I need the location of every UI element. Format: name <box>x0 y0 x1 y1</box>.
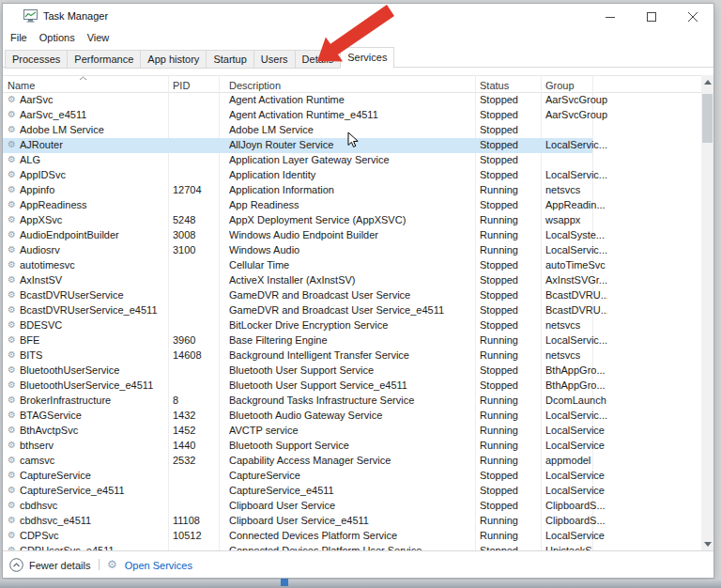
service-row-btagservice[interactable]: ⚙BTAGService1432Bluetooth Audio Gateway … <box>3 409 702 424</box>
service-name: camsvc <box>20 455 54 466</box>
service-row-cbdhsvc[interactable]: ⚙cbdhsvcClipboard User ServiceStoppedCli… <box>3 499 702 514</box>
chevron-up-circle-icon <box>9 558 23 572</box>
service-pid: 3008 <box>173 229 218 240</box>
service-name-cell: ⚙AarSvc_e4511 <box>8 109 167 120</box>
menu-options[interactable]: Options <box>38 31 77 44</box>
service-status: Running <box>480 515 538 526</box>
service-row-bdesvc[interactable]: ⚙BDESVCBitLocker Drive Encryption Servic… <box>3 318 702 333</box>
service-status: Stopped <box>480 94 538 105</box>
column-header-status[interactable]: Status <box>480 80 538 91</box>
service-row-audioendpointbuilder[interactable]: ⚙AudioEndpointBuilder3008Windows Audio E… <box>3 228 702 243</box>
service-gear-icon: ⚙ <box>8 274 16 285</box>
service-row-bthserv[interactable]: ⚙bthserv1440Bluetooth Support ServiceRun… <box>3 439 702 454</box>
service-name-cell: ⚙AudioEndpointBuilder <box>8 229 167 240</box>
service-pid: 1452 <box>173 425 218 436</box>
service-row-bits[interactable]: ⚙BITS14608Background Intelligent Transfe… <box>3 348 702 364</box>
service-row-appidsvc[interactable]: ⚙AppIDSvcApplication IdentityStoppedLoca… <box>3 168 702 183</box>
service-row-bcastdvruserservice_e4511[interactable]: ⚙BcastDVRUserService_e4511GameDVR and Br… <box>3 303 702 318</box>
service-pid: 3960 <box>173 334 218 346</box>
service-status: Running <box>480 425 538 436</box>
service-group: AarSvcGroup <box>545 109 607 120</box>
service-status: Stopped <box>480 304 538 316</box>
service-status: Running <box>480 334 538 346</box>
service-description: Cellular Time <box>229 259 473 271</box>
menu-bar: FileOptionsView <box>8 31 119 47</box>
service-name: cbdhsvc_e4511 <box>20 515 91 526</box>
service-row-captureservice[interactable]: ⚙CaptureServiceCaptureServiceStoppedLoca… <box>3 469 702 484</box>
scroll-up-button[interactable] <box>701 75 713 89</box>
service-row-appreadiness[interactable]: ⚙AppReadinessApp ReadinessStoppedAppRead… <box>3 198 702 213</box>
service-row-aarsvc[interactable]: ⚙AarSvcAgent Activation RuntimeStoppedAa… <box>3 93 702 108</box>
service-row-bthavctpsvc[interactable]: ⚙BthAvctpSvc1452AVCTP serviceRunningLoca… <box>3 424 702 439</box>
menu-file[interactable]: File <box>8 31 29 44</box>
service-row-bcastdvruserservice[interactable]: ⚙BcastDVRUserServiceGameDVR and Broadcas… <box>3 288 702 303</box>
service-gear-icon: ⚙ <box>8 334 16 345</box>
tab-app-history[interactable]: App history <box>140 50 207 69</box>
service-name: BITS <box>20 349 42 361</box>
service-row-cbdhsvc_e4511[interactable]: ⚙cbdhsvc_e451111108Clipboard User Servic… <box>3 514 702 529</box>
minimize-button[interactable] <box>590 4 631 30</box>
service-row-brokerinfrastructure[interactable]: ⚙BrokerInfrastructure8Background Tasks I… <box>3 394 702 409</box>
service-description: Base Filtering Engine <box>229 334 473 346</box>
mouse-cursor <box>347 132 360 148</box>
service-group: LocalService <box>545 440 607 451</box>
service-group: LocalService <box>545 425 607 436</box>
open-services-link[interactable]: ⚙ Open Services <box>107 557 192 573</box>
status-bar: Fewer details | ⚙ Open Services <box>3 550 713 578</box>
service-name: ALG <box>20 154 40 165</box>
fewer-details-button[interactable]: Fewer details <box>9 557 90 573</box>
service-group: LocalServic... <box>545 139 607 150</box>
service-row-bluetoothuserservice[interactable]: ⚙BluetoothUserServiceBluetooth User Supp… <box>3 364 702 379</box>
service-name-cell: ⚙camsvc <box>8 455 167 466</box>
service-name-cell: ⚙Audiosrv <box>8 244 167 255</box>
column-header-group[interactable]: Group <box>545 80 607 91</box>
window-title: Task Manager <box>43 10 108 22</box>
service-status: Stopped <box>480 109 538 120</box>
tab-users[interactable]: Users <box>253 50 296 69</box>
menu-view[interactable]: View <box>85 31 112 44</box>
scroll-down-button[interactable] <box>701 537 713 551</box>
close-icon <box>688 12 698 22</box>
service-gear-icon: ⚙ <box>8 379 16 390</box>
service-group: ClipboardS... <box>545 500 607 511</box>
service-pid: 14608 <box>173 349 218 361</box>
service-description: Background Tasks Infrastructure Service <box>229 395 473 406</box>
column-header-name[interactable]: Name <box>8 80 167 91</box>
service-row-alg[interactable]: ⚙ALGApplication Layer Gateway ServiceSto… <box>3 153 702 168</box>
service-row-bluetoothuserservice_e4511[interactable]: ⚙BluetoothUserService_e4511Bluetooth Use… <box>3 379 702 394</box>
tab-performance[interactable]: Performance <box>67 50 141 69</box>
scrollbar-thumb[interactable] <box>702 94 713 143</box>
service-group: autoTimeSvc <box>545 259 607 271</box>
column-header-pid[interactable]: PID <box>173 80 218 91</box>
service-row-appxsvc[interactable]: ⚙AppXSvc5248AppX Deployment Service (App… <box>3 213 702 228</box>
service-name: autotimesvc <box>20 259 75 271</box>
service-row-audiosrv[interactable]: ⚙Audiosrv3100Windows AudioRunningLocalSe… <box>3 243 702 258</box>
column-header-description[interactable]: Description <box>229 80 473 91</box>
maximize-button[interactable] <box>631 4 672 30</box>
service-name-cell: ⚙BcastDVRUserService <box>8 289 167 301</box>
service-row-autotimesvc[interactable]: ⚙autotimesvcCellular TimeStoppedautoTime… <box>3 258 702 273</box>
service-name: BcastDVRUserService_e4511 <box>20 304 158 316</box>
service-status: Running <box>480 349 538 361</box>
service-row-bfe[interactable]: ⚙BFE3960Base Filtering EngineRunningLoca… <box>3 333 702 348</box>
service-row-captureservice_e4511[interactable]: ⚙CaptureService_e4511CaptureService_e451… <box>3 484 702 499</box>
service-group: DcomLaunch <box>545 395 607 406</box>
service-row-axinstsv[interactable]: ⚙AxInstSVActiveX Installer (AxInstSV)Sto… <box>3 273 702 288</box>
service-row-camsvc[interactable]: ⚙camsvc2532Capability Access Manager Ser… <box>3 454 702 469</box>
service-gear-icon: ⚙ <box>8 470 16 480</box>
service-name-cell: ⚙BluetoothUserService_e4511 <box>8 379 167 391</box>
service-group: BthAppGro... <box>545 379 607 391</box>
service-status: Stopped <box>480 289 538 301</box>
vertical-scrollbar[interactable] <box>701 75 713 551</box>
close-button[interactable] <box>672 4 713 30</box>
service-name: AxInstSV <box>20 274 62 286</box>
service-row-aarsvc_e4511[interactable]: ⚙AarSvc_e4511Agent Activation Runtime_e4… <box>3 108 702 123</box>
tab-startup[interactable]: Startup <box>206 50 253 69</box>
service-row-cdpsvc[interactable]: ⚙CDPSvc10512Connected Devices Platform S… <box>3 529 702 544</box>
service-description: Clipboard User Service <box>229 500 473 511</box>
service-row-appinfo[interactable]: ⚙Appinfo12704Application InformationRunn… <box>3 183 702 198</box>
service-name: AppReadiness <box>20 199 87 210</box>
service-description: CaptureService_e4511 <box>229 485 473 496</box>
tab-processes[interactable]: Processes <box>5 50 68 69</box>
service-gear-icon: ⚙ <box>8 515 16 525</box>
